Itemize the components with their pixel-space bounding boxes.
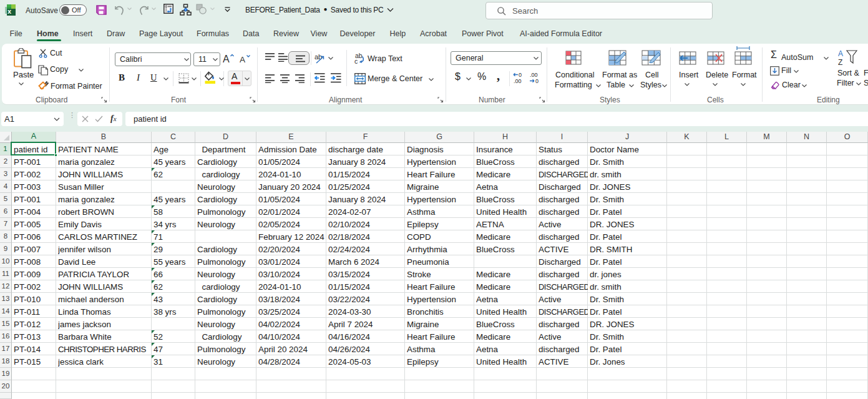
svg-text:A: A xyxy=(223,54,230,64)
svg-text:c: c xyxy=(354,57,358,65)
svg-text:A: A xyxy=(240,55,245,64)
svg-text:.00: .00 xyxy=(514,78,522,84)
svg-text:.00: .00 xyxy=(530,72,538,78)
svg-text:0: 0 xyxy=(519,72,522,78)
svg-text:Z: Z xyxy=(838,58,842,66)
svg-text:A: A xyxy=(838,49,843,58)
svg-text:0: 0 xyxy=(535,78,539,84)
